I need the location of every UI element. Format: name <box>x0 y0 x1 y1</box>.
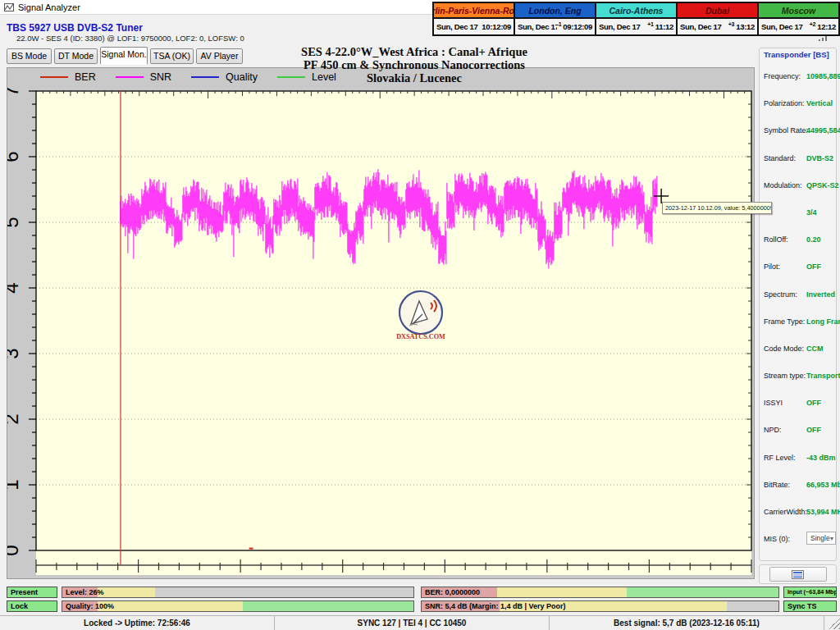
legend-item-level: Level <box>277 71 336 83</box>
clock-utc-offset: +2 <box>810 21 815 27</box>
av-player-button[interactable]: AV Player <box>196 48 243 64</box>
lock-badge: Lock <box>7 600 57 612</box>
tp-row-npd: NPD: OFF <box>764 418 836 445</box>
clock-time: 12:12 <box>817 22 836 31</box>
tp-row-polarization: Polarization: Vertical <box>764 91 836 118</box>
tp-row-code-mode: Code Mode: CCM <box>764 336 836 363</box>
tp-row-pilot: Pilot: OFF <box>764 254 836 281</box>
tp-row-rf-level: RF Level: -43 dBm <box>764 445 836 472</box>
statusbar: Locked -> Uptime: 72:56:46 SYNC 127 | TE… <box>0 615 840 630</box>
quality-line-swatch <box>191 76 219 78</box>
watermark-text: DXSATCS.COM <box>396 333 445 340</box>
legend-item-ber: BER <box>40 71 96 83</box>
svg-text:4: 4 <box>7 282 22 293</box>
legend-item-snr: SNR <box>116 71 171 83</box>
tp-row-frequency: Frequency: 10985,889 MHz <box>764 64 836 91</box>
clock-cairo: Cairo-Athens Sun, Dec 17 +1 11:12 <box>596 3 678 34</box>
signal-mon-tab[interactable]: Signal Mon. <box>100 47 148 65</box>
clock-date: Sun, Dec 17 <box>761 22 810 31</box>
clock-time: 10:12:09 <box>482 22 511 31</box>
mis-dropdown[interactable]: Single ▾ <box>806 532 836 545</box>
svg-text:1: 1 <box>7 479 22 490</box>
chevron-down-icon: ▾ <box>830 535 833 542</box>
legend-label: SNR <box>150 71 171 83</box>
tp-row-mis: MIS (0): Single ▾ <box>764 527 836 554</box>
transponder-groupbox: Transponder [BS] Frequency: 10985,889 MH… <box>759 48 837 561</box>
quality-progressbar: Quality: 100% <box>62 600 414 612</box>
dt-mode-button[interactable]: DT Mode <box>54 48 98 64</box>
clock-date: Sun, Dec 17 <box>599 22 647 31</box>
clock-time: 09:12:09 <box>563 22 592 31</box>
present-badge: Present <box>7 587 57 598</box>
actions-groupbox <box>759 564 837 584</box>
legend-item-quality: Quality <box>191 71 258 83</box>
clock-moscow: Moscow Sun, Dec 17 +2 12:12 <box>759 3 838 34</box>
clock-date: Sun, Dec 17 <box>436 22 480 31</box>
clock-city-label: Berlin-Paris-Vienna-Roma <box>434 3 514 19</box>
tsa-button[interactable]: TSA (OK) <box>150 48 194 64</box>
tp-row-fec: 3/4 <box>764 200 836 227</box>
cursor-value-tooltip: 2023-12-17 10.12.09, value: 5,4000000953… <box>662 202 772 214</box>
tuner-info: 22.0W - SES 4 (ID: 3380) @ LOF1: 9750000… <box>16 34 244 43</box>
clock-city-label: Moscow <box>759 3 838 19</box>
tp-row-standard: Standard: DVB-S2 <box>764 146 836 173</box>
statusbar-best-signal: Best signal: 5,7 dB (2023-12-16 05:11) <box>550 616 824 630</box>
statusbar-lock-uptime: Locked -> Uptime: 72:56:46 <box>0 616 275 630</box>
ber-line-swatch <box>40 76 68 78</box>
svg-text:5: 5 <box>7 217 22 227</box>
snr-plot-canvas[interactable]: 01234567 <box>7 68 756 580</box>
tp-row-issyi: ISSYI OFF <box>764 390 836 418</box>
clock-date: Sun, Dec 17 <box>518 22 557 31</box>
clock-time: 13:12 <box>736 22 755 31</box>
clock-london: London, Eng Sun, Dec 17 -1 09:12:09 <box>515 3 596 34</box>
clock-utc-offset: -1 <box>557 21 562 27</box>
list-icon <box>792 570 804 579</box>
window-title: Signal Analyzer <box>18 2 80 12</box>
clock-utc-offset: +1 <box>647 21 653 27</box>
svg-text:2: 2 <box>7 413 22 424</box>
dxsatcs-watermark: DXSATCS.COM <box>395 290 447 344</box>
svg-text:0: 0 <box>7 545 22 555</box>
statusbar-sync-counters: SYNC 127 | TEI 4 | CC 10450 <box>275 616 550 630</box>
legend-label: Quality <box>226 71 258 83</box>
signal-chart-panel[interactable]: BER SNR Quality Level 01234567 DXSATCS.C… <box>7 67 755 579</box>
transponder-group-title: Transponder [BS] <box>764 50 836 59</box>
svg-text:6: 6 <box>7 151 22 162</box>
clock-utc-offset: +3 <box>728 21 734 27</box>
clock-city-label: London, Eng <box>515 3 595 19</box>
tp-row-symbol-rate: Symbol Rate: 44995,584 KS/s <box>764 118 836 145</box>
sync-ts-badge: Sync TS <box>783 600 837 612</box>
world-clocks: Berlin-Paris-Vienna-Roma Sun, Dec 17 10:… <box>432 2 840 36</box>
clock-berlin: Berlin-Paris-Vienna-Roma Sun, Dec 17 10:… <box>434 3 515 34</box>
tp-row-spectrum: Spectrum: Inverted <box>764 282 836 309</box>
save-view-button[interactable] <box>769 567 827 582</box>
transponder-sidebar: Transponder [BS] Frequency: 10985,889 MH… <box>756 41 840 586</box>
svg-text:7: 7 <box>7 85 22 96</box>
tp-row-frame-type: Frame Type: Long Frame <box>764 309 836 336</box>
tp-row-stream-type: Stream type: Transport <box>764 363 836 390</box>
clock-city-label: Cairo-Athens <box>596 3 676 19</box>
tp-row-modulation: Modulation: QPSK-S2 <box>764 173 836 200</box>
resize-grip[interactable] <box>829 618 840 629</box>
monitor-row-1: Present Level: 26% BER: 0,0000000 Input … <box>0 587 840 598</box>
ber-progressbar: BER: 0,0000000 <box>421 587 779 598</box>
legend-label: BER <box>75 71 96 83</box>
clock-date: Sun, Dec 17 <box>680 22 728 31</box>
clock-time: 11:12 <box>655 22 673 31</box>
tuner-name: TBS 5927 USB DVB-S2 Tuner <box>7 22 143 34</box>
tp-row-bitrate: BitRate: 66,953 Mbit/s <box>764 472 836 500</box>
snr-line-swatch <box>116 76 144 78</box>
snr-progressbar: SNR: 5,4 dB (Margin: 1,4 dB | Very Poor) <box>421 600 779 612</box>
input-rate-badge: Input (~63,84 Mbps) <box>783 587 837 598</box>
legend-label: Level <box>312 71 336 83</box>
tp-row-rolloff: RollOff: 0.20 <box>764 227 836 254</box>
level-line-swatch <box>277 76 305 78</box>
clock-dubai: Dubai Sun, Dec 17 +3 13:12 <box>678 3 759 34</box>
tp-row-carrier-width: CarrierWidth: 53,994 MHz <box>764 500 836 527</box>
svg-text:3: 3 <box>7 348 22 358</box>
chart-legend: BER SNR Quality Level <box>40 71 356 84</box>
level-progressbar: Level: 26% <box>62 587 414 598</box>
bs-mode-button[interactable]: BS Mode <box>7 48 52 64</box>
monitor-row-2: Lock Quality: 100% SNR: 5,4 dB (Margin: … <box>0 600 840 612</box>
app-icon <box>4 2 14 12</box>
